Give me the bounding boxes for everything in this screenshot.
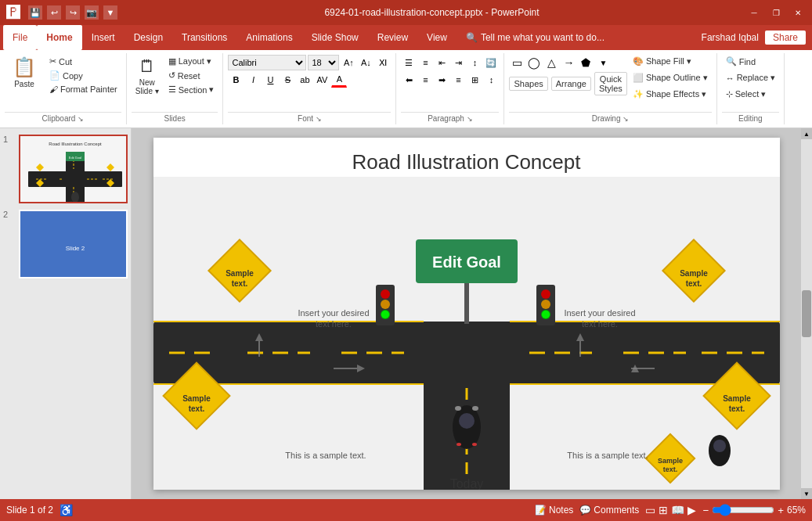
shape-outline-btn[interactable]: ⬜ Shape Outline ▾ — [629, 71, 712, 84]
line-spacing-btn[interactable]: ↕ — [483, 72, 499, 88]
menu-transitions[interactable]: Transitions — [172, 25, 236, 50]
new-slide-btn[interactable]: 🗒 NewSlide ▾ — [132, 55, 163, 97]
share-btn[interactable]: Share — [765, 31, 806, 45]
road-illustration[interactable]: Edit Goal Sample text. Sample text. — [153, 177, 780, 490]
slide-img-2[interactable]: Slide 2 — [19, 210, 128, 278]
menu-animations[interactable]: Animations — [236, 25, 301, 50]
accessibility-icon[interactable]: ♿ — [60, 504, 73, 516]
menu-file[interactable]: File — [3, 25, 37, 50]
close-btn[interactable]: ✕ — [790, 5, 806, 20]
format-painter-btn[interactable]: 🖌 Format Painter — [45, 83, 121, 95]
reset-btn[interactable]: ↺ Reset — [164, 69, 218, 82]
zoom-slider[interactable] — [712, 504, 774, 516]
scroll-up-btn[interactable]: ▲ — [801, 128, 812, 139]
normal-view-btn[interactable]: ▭ — [645, 504, 655, 516]
reading-view-btn[interactable]: 📖 — [671, 504, 684, 516]
drawing-label: Drawing ↘ — [509, 112, 711, 123]
slide-canvas[interactable]: Road Illustration Concept — [153, 138, 780, 490]
menu-insert[interactable]: Insert — [82, 25, 125, 50]
shadow-btn[interactable]: ab — [297, 72, 312, 88]
underline-btn[interactable]: U — [262, 72, 278, 88]
clear-format-btn[interactable]: Ⅺ — [375, 55, 391, 70]
quick-styles-btn[interactable]: QuickStyles — [594, 72, 627, 95]
zoom-out-btn[interactable]: − — [702, 505, 709, 516]
replace-btn[interactable]: ↔ Replace ▾ — [722, 71, 779, 84]
layout-btn[interactable]: ▦ Layout ▾ — [164, 55, 218, 68]
slide-sorter-btn[interactable]: ⊞ — [659, 504, 668, 516]
slide-title[interactable]: Road Illustration Concept — [352, 150, 581, 174]
slide-thumb-2[interactable]: 2 Slide 2 — [3, 210, 128, 278]
slide-thumb-1[interactable]: 1 Road Illustration Concept — [3, 135, 128, 203]
shape-2-btn[interactable]: ◯ — [526, 55, 542, 70]
screenshot-btn[interactable]: 📷 — [85, 5, 99, 20]
minimize-btn[interactable]: ─ — [746, 5, 762, 20]
copy-btn[interactable]: 📄 Copy — [45, 69, 121, 82]
italic-btn[interactable]: I — [245, 72, 261, 88]
save-quick-btn[interactable]: 💾 — [28, 5, 42, 20]
zoom-in-btn[interactable]: + — [778, 505, 784, 516]
redo-btn[interactable]: ↪ — [66, 5, 80, 20]
svg-text:text.: text. — [728, 404, 745, 413]
font-name-select[interactable]: Calibri — [228, 55, 306, 70]
text-direction-btn[interactable]: ↕ — [467, 55, 482, 70]
shape-4-btn[interactable]: → — [561, 55, 576, 70]
align-center-btn[interactable]: ≡ — [417, 72, 433, 88]
char-spacing-btn[interactable]: AV — [314, 72, 330, 88]
decrease-indent-btn[interactable]: ⇤ — [434, 55, 449, 70]
notes-icon: 📝 — [535, 505, 547, 516]
convert-smartart-btn[interactable]: 🔄 — [483, 55, 499, 70]
shape-fill-btn[interactable]: 🎨 Shape Fill ▾ — [629, 55, 712, 68]
undo-btn[interactable]: ↩ — [47, 5, 61, 20]
font-increase-btn[interactable]: A↑ — [341, 55, 356, 70]
bold-btn[interactable]: B — [228, 72, 244, 88]
svg-text:Today: Today — [449, 477, 483, 490]
menu-help[interactable]: 🔍 Tell me what you want to do... — [457, 25, 614, 50]
shapes-btn[interactable]: Shapes — [509, 77, 547, 91]
ribbon-slides: 🗒 NewSlide ▾ ▦ Layout ▾ ↺ Reset ☰ Sectio… — [127, 53, 224, 124]
arrange-btn[interactable]: Arrange — [551, 77, 591, 91]
slide-img-1[interactable]: Road Illustration Concept Edit Goal — [19, 135, 128, 203]
cut-btn[interactable]: ✂ Cut — [45, 55, 121, 68]
shape-5-btn[interactable]: ⬟ — [578, 55, 594, 70]
status-bar: Slide 1 of 2 ♿ 📝 Notes 💬 Comments ▭ ⊞ 📖 … — [0, 499, 812, 521]
menu-review[interactable]: Review — [368, 25, 417, 50]
bullet-list-btn[interactable]: ☰ — [401, 55, 417, 70]
vertical-scrollbar[interactable]: ▲ ▼ — [801, 128, 812, 499]
window-controls: ─ ❐ ✕ — [746, 5, 806, 20]
numbered-list-btn[interactable]: ≡ — [417, 55, 433, 70]
slideshow-btn[interactable]: ▶ — [687, 504, 696, 516]
menu-slideshow[interactable]: Slide Show — [302, 25, 368, 50]
find-btn[interactable]: 🔍 Find — [722, 55, 779, 68]
font-color-btn[interactable]: A — [331, 72, 347, 88]
notes-btn[interactable]: 📝 Notes — [535, 505, 573, 516]
section-btn[interactable]: ☰ Section ▾ — [164, 83, 218, 96]
shape-effects-btn[interactable]: ✨ Shape Effects ▾ — [629, 88, 712, 101]
menu-view[interactable]: View — [417, 25, 457, 50]
restore-btn[interactable]: ❐ — [768, 5, 784, 20]
font-decrease-btn[interactable]: A↓ — [358, 55, 374, 70]
canvas-area[interactable]: Road Illustration Concept — [132, 128, 801, 499]
align-right-btn[interactable]: ➡ — [434, 72, 449, 88]
slide-num-1: 1 — [3, 135, 16, 144]
shape-3-btn[interactable]: △ — [543, 55, 559, 70]
scroll-down-btn[interactable]: ▼ — [801, 488, 812, 499]
align-left-btn[interactable]: ⬅ — [401, 72, 417, 88]
comments-btn[interactable]: 💬 Comments — [579, 505, 639, 516]
app-icon: 🅿 — [6, 5, 20, 21]
increase-indent-btn[interactable]: ⇥ — [450, 55, 466, 70]
reset-icon: ↺ — [168, 70, 175, 81]
font-size-select[interactable]: 18 — [308, 55, 339, 70]
menu-home[interactable]: Home — [37, 25, 81, 50]
paste-btn[interactable]: 📋 Paste — [5, 55, 44, 90]
scroll-thumb[interactable] — [802, 290, 811, 337]
slide-num-2: 2 — [3, 210, 16, 219]
shape-more-btn[interactable]: ▼ — [595, 55, 611, 70]
strikethrough-btn[interactable]: S — [280, 72, 295, 88]
col-btn[interactable]: ⊞ — [467, 72, 482, 88]
ribbon-clipboard: 📋 Paste ✂ Cut 📄 Copy 🖌 Format Painter Cl… — [0, 53, 127, 124]
customize-btn[interactable]: ▼ — [103, 5, 117, 20]
select-btn[interactable]: ⊹ Select ▾ — [722, 88, 779, 101]
shape-1-btn[interactable]: ▭ — [509, 55, 525, 70]
justify-btn[interactable]: ≡ — [450, 72, 466, 88]
menu-design[interactable]: Design — [125, 25, 172, 50]
